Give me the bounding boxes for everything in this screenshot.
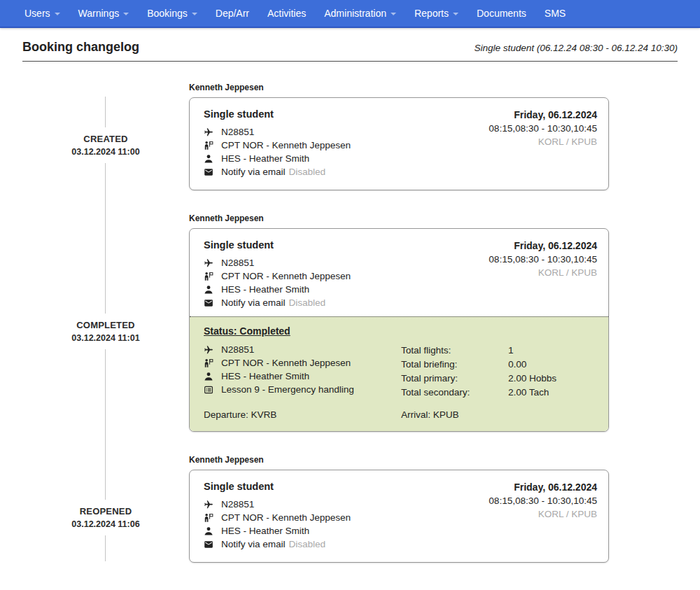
lesson-text: Lesson 9 - Emergency handling [221,384,354,395]
student-text: HES - Heather Smith [221,284,309,295]
aircraft-row: N28851 [204,499,351,510]
notify-label: Notify via email [221,167,286,178]
plane-icon [204,258,214,268]
nav-item-sms[interactable]: SMS [536,0,575,27]
plane-icon [204,500,214,510]
instructor-flag-icon [204,513,214,523]
student-row: HES - Heather Smith [204,371,401,382]
timeline-event-name: REOPENED [71,506,139,517]
entry-author: Kenneth Jeppesen [189,213,609,223]
changelog-entry-created: CREATED 03.12.2024 11:00 Kenneth Jeppese… [22,83,678,190]
booking-card: Single student N28851 CPT NOR - Kenneth … [189,97,609,190]
instructor-text: CPT NOR - Kenneth Jeppesen [221,512,351,524]
timeline-event-timestamp: 03.12.2024 11:01 [71,333,139,343]
timeline-event-name: COMPLETED [71,320,139,330]
booking-route: KORL / KPUB [489,507,597,521]
notify-row: Notify via email Disabled [204,539,351,550]
booking-card: Single student N28851 CPT NOR - Kenneth … [189,228,609,432]
aircraft-row: N28851 [204,258,351,269]
total-row: Total flights: 1 [401,344,597,356]
student-text: HES - Heather Smith [221,371,309,382]
entry-author: Kenneth Jeppesen [189,455,609,465]
booking-times: 08:15,08:30 - 10:30,10:45 [489,494,597,507]
nav-item-users[interactable]: Users [15,0,69,27]
timeline-event: COMPLETED 03.12.2024 11:01 [66,314,145,349]
instructor-text: CPT NOR - Kenneth Jeppesen [221,271,351,282]
caret-down-icon [192,13,197,15]
student-text: HES - Heather Smith [221,526,309,537]
aircraft-row: N28851 [204,344,401,356]
total-row: Total briefing: 0.00 [401,358,597,370]
nav-item-dep-arr[interactable]: Dep/Arr [206,0,258,27]
instructor-flag-icon [204,272,214,281]
total-label: Total flights: [401,345,508,356]
changelog-entry-completed: COMPLETED 03.12.2024 11:01 Kenneth Jeppe… [22,213,678,432]
notify-status: Disabled [289,297,326,309]
timeline-event-timestamp: 03.12.2024 11:00 [71,147,139,157]
envelope-icon [204,540,214,549]
instructor-row: CPT NOR - Kenneth Jeppesen [204,140,351,151]
notify-row: Notify via email Disabled [204,167,351,178]
nav-item-label: Users [24,8,50,19]
student-row: HES - Heather Smith [204,526,351,537]
nav-item-label: Administration [324,8,386,19]
student-row: HES - Heather Smith [204,284,351,295]
notify-status: Disabled [289,167,326,178]
booking-times: 08:15,08:30 - 10:30,10:45 [489,122,597,135]
nav-item-bookings[interactable]: Bookings [138,0,206,27]
page-title: Booking changelog [22,40,139,55]
timeline-event-name: CREATED [71,134,139,144]
notify-label: Notify via email [221,297,286,309]
entry-author: Kenneth Jeppesen [189,83,609,92]
timeline-cell: CREATED 03.12.2024 11:00 [22,83,189,190]
student-icon [204,285,214,295]
booking-route: KORL / KPUB [489,266,597,279]
aircraft-text: N28851 [221,127,254,138]
changelog-timeline: CREATED 03.12.2024 11:00 Kenneth Jeppese… [22,83,678,590]
changelog-entry-reopened: REOPENED 03.12.2024 11:06 Kenneth Jeppes… [22,455,678,563]
top-navbar: Users Warnings Bookings Dep/Arr Activiti… [0,0,700,28]
notify-row: Notify via email Disabled [204,297,351,309]
student-icon [204,372,214,381]
envelope-icon [204,167,214,177]
booking-date: Friday, 06.12.2024 [489,481,597,494]
caret-down-icon [453,13,458,15]
timeline-event-timestamp: 03.12.2024 11:06 [71,519,139,529]
timeline-event: REOPENED 03.12.2024 11:06 [66,500,145,535]
nav-item-warnings[interactable]: Warnings [69,0,139,27]
plane-icon [204,127,214,137]
nav-item-administration[interactable]: Administration [315,0,405,27]
total-label: Total primary: [401,373,508,384]
instructor-row: CPT NOR - Kenneth Jeppesen [204,358,401,369]
total-value: 2.00 Hobbs [508,373,556,384]
total-row: Total secondary: 2.00 Tach [401,386,597,398]
status-completed-section: Status: Completed N28851 CPT NOR - Kenne… [190,316,608,431]
arrival-text: Arrival: KPUB [401,409,597,420]
booking-card: Single student N28851 CPT NOR - Kenneth … [189,470,609,563]
plane-icon [204,345,214,355]
aircraft-text: N28851 [221,344,254,356]
lesson-row: Lesson 9 - Emergency handling [204,384,401,395]
nav-item-documents[interactable]: Documents [468,0,536,27]
nav-item-reports[interactable]: Reports [405,0,468,27]
aircraft-text: N28851 [221,499,254,510]
nav-item-label: Reports [414,8,449,19]
departure-text: Departure: KVRB [204,409,401,420]
nav-item-activities[interactable]: Activities [258,0,315,27]
caret-down-icon [123,13,129,15]
booking-type: Single student [204,239,351,251]
instructor-text: CPT NOR - Kenneth Jeppesen [221,358,351,369]
notify-label: Notify via email [221,539,286,550]
booking-times: 08:15,08:30 - 10:30,10:45 [489,253,597,266]
instructor-text: CPT NOR - Kenneth Jeppesen [221,140,351,151]
timeline-cell: REOPENED 03.12.2024 11:06 [22,455,189,563]
booking-route: KORL / KPUB [489,135,597,148]
booking-type: Single student [204,108,351,120]
caret-down-icon [391,13,396,15]
notify-status: Disabled [289,539,326,550]
timeline-event: CREATED 03.12.2024 11:00 [66,127,145,163]
booking-date: Friday, 06.12.2024 [489,108,597,122]
student-row: HES - Heather Smith [204,153,351,164]
total-value: 2.00 Tach [508,387,549,398]
booking-date: Friday, 06.12.2024 [489,239,597,253]
